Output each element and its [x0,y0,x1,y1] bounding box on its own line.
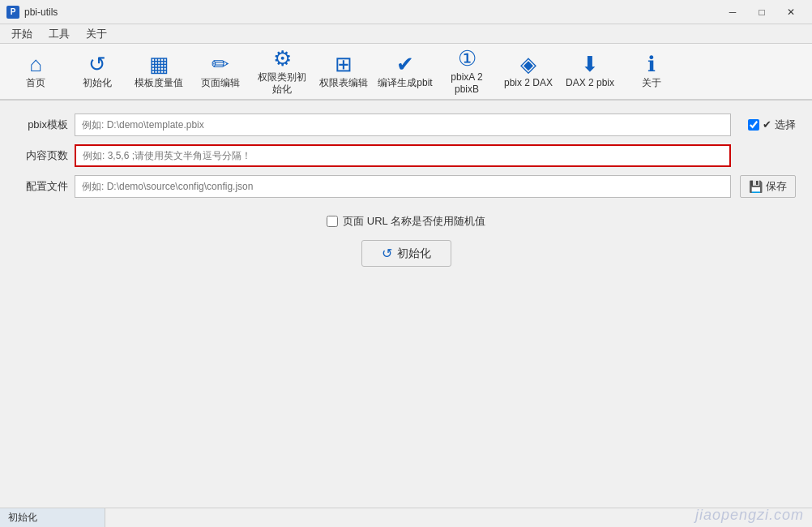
toolbar-btn-dax2pbix[interactable]: DAX 2 pbix [561,46,619,96]
config-file-row: 配置文件 💾 保存 [16,175,796,198]
maximize-button[interactable]: □ [747,0,776,24]
select-label-text: ✔ 选择 [763,118,796,132]
toolbar-label-init: 初始化 [83,77,112,88]
toolbar-label-template: 模板度量值 [135,77,183,88]
shield-icon [273,48,292,69]
toolbar-label-home: 首页 [26,77,45,88]
menu-item-about[interactable]: 关于 [78,25,115,43]
toolbar-label-pbix2dax: pbix 2 DAX [504,77,553,88]
watermark-text: jiaopengzi.com [695,507,804,524]
content-pages-row: 内容页数 [16,144,796,167]
toolbar-btn-compile[interactable]: 编译生成pbit [376,46,434,96]
toolbar-label-pbixa2pbixb: pbixA 2 pbixB [439,71,494,95]
toolbar-btn-about[interactable]: 关于 [622,46,681,96]
pbixa-icon [458,48,477,69]
url-random-label: 页面 URL 名称是否使用随机值 [343,214,485,229]
toolbar-btn-pbixa2pbixb[interactable]: pbixA 2 pbixB [438,46,496,96]
title-bar: P pbi-utils ─ □ ✕ [0,0,812,24]
toolbar-btn-template[interactable]: 模板度量值 [130,46,188,96]
menu-bar: 开始 工具 关于 [0,24,812,44]
pbix-template-label: pbix模板 [16,118,75,132]
pbix-template-select-area: ✔ 选择 [731,118,796,132]
toolbar-btn-perm-edit[interactable]: 权限表编辑 [314,46,373,96]
save-label: 保存 [766,179,787,194]
toolbar-btn-perm-init[interactable]: 权限类别初始化 [253,46,311,96]
pbix-template-input[interactable] [75,114,731,136]
select-checkbox[interactable] [748,119,759,131]
toolbar-label-perm-edit: 权限表编辑 [319,77,368,88]
toolbar-btn-pbix2dax[interactable]: pbix 2 DAX [499,46,558,96]
config-file-label: 配置文件 [16,179,75,194]
compile-icon [396,54,414,75]
toolbar-label-page-edit: 页面编辑 [201,77,240,88]
save-button[interactable]: 💾 保存 [740,175,796,198]
template-icon [149,54,169,75]
dax-icon [581,54,599,75]
status-bar: 初始化 jiaopengzi.com [0,508,812,527]
url-random-checkbox[interactable] [327,216,338,227]
content-pages-label: 内容页数 [16,148,75,163]
toolbar-label-perm-init: 权限类别初始化 [254,71,310,95]
status-left-text: 初始化 [0,508,105,527]
toolbar-btn-init[interactable]: 初始化 [68,46,126,96]
app-icon: P [6,6,19,19]
init-button[interactable]: 初始化 [361,240,451,267]
save-icon: 💾 [749,180,763,193]
about-icon [647,54,656,75]
table-icon [335,54,353,75]
window-title: pbi-utils [24,6,718,18]
pbix-template-row: pbix模板 ✔ 选择 [16,114,796,136]
toolbar-btn-home[interactable]: 首页 [6,46,65,96]
home-icon [29,54,42,75]
close-button[interactable]: ✕ [776,0,806,24]
config-file-save-area: 💾 保存 [731,175,796,198]
menu-item-start[interactable]: 开始 [3,25,41,43]
menu-item-tools[interactable]: 工具 [41,25,78,43]
config-file-input[interactable] [75,175,731,198]
toolbar-label-about: 关于 [642,77,661,88]
toolbar-label-dax2pbix: DAX 2 pbix [566,77,614,88]
toolbar-btn-page-edit[interactable]: 页面编辑 [191,46,250,96]
toolbar: 首页 初始化 模板度量值 页面编辑 权限类别初始化 权限表编辑 编译生成pbit… [0,44,812,101]
minimize-button[interactable]: ─ [718,0,747,24]
reset-icon [88,54,106,75]
content-pages-input[interactable] [75,144,731,167]
init-spin-icon [382,246,392,261]
url-random-row: 页面 URL 名称是否使用随机值 [327,214,485,229]
edit-icon [212,54,229,75]
init-button-label: 初始化 [397,246,431,261]
toolbar-label-compile: 编译生成pbit [378,77,432,88]
main-content: pbix模板 ✔ 选择 内容页数 配置文件 💾 保存 页面 URL 名称是否使用… [0,101,812,280]
select-checkbox-label[interactable]: ✔ 选择 [748,118,796,132]
window-controls: ─ □ ✕ [718,0,806,24]
center-area: 页面 URL 名称是否使用随机值 初始化 [16,214,796,267]
pbixb-icon [520,54,536,75]
